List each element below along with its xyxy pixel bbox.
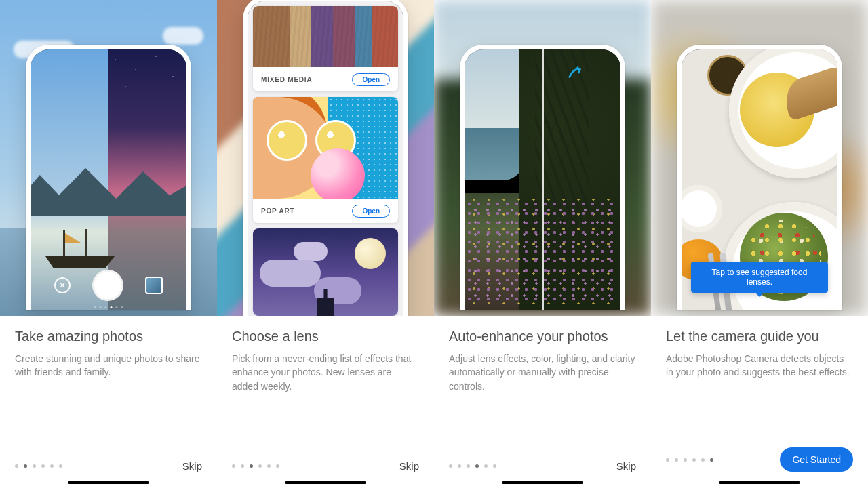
panel-title: Let the camera guide you bbox=[666, 328, 853, 345]
open-lens-button[interactable]: Open bbox=[352, 205, 390, 218]
swipe-arrow-icon bbox=[568, 66, 583, 81]
lens-card-pop-art[interactable]: POP ART Open bbox=[253, 97, 398, 223]
before-after-divider[interactable] bbox=[542, 49, 544, 310]
lens-label: MIXED MEDIA bbox=[261, 76, 312, 83]
hero-area: MIXED MEDIA Open POP ART Open bbox=[217, 0, 434, 316]
panel-description: Create stunning and unique photos to sha… bbox=[15, 352, 202, 380]
hero-area: Tap to see suggested food lenses. bbox=[651, 0, 868, 316]
onboarding-panel-1: ✕ Take amazing photos Create stunning an… bbox=[0, 0, 217, 488]
skip-button[interactable]: Skip bbox=[182, 460, 202, 472]
onboarding-panel-4: Tap to see suggested food lenses. Let th… bbox=[651, 0, 868, 488]
hero-area: ✕ bbox=[0, 0, 217, 316]
panel-title: Auto-enhance your photos bbox=[449, 328, 636, 345]
gallery-thumbnail[interactable] bbox=[145, 277, 163, 294]
lens-preview-image bbox=[253, 97, 398, 199]
panel-description: Adjust lens effects, color, lighting, an… bbox=[449, 352, 636, 393]
lens-list[interactable]: MIXED MEDIA Open POP ART Open bbox=[248, 1, 403, 316]
pagination-dots bbox=[449, 464, 496, 468]
camera-preview: ✕ bbox=[31, 49, 186, 310]
enhance-preview bbox=[465, 49, 620, 310]
lens-label: POP ART bbox=[261, 207, 295, 215]
pagination-dots bbox=[15, 464, 62, 468]
camera-controls: ✕ bbox=[31, 270, 186, 301]
pagination-dots bbox=[666, 458, 713, 462]
lens-preview-image bbox=[253, 228, 398, 316]
food-scene: Tap to see suggested food lenses. bbox=[682, 49, 837, 310]
open-lens-button[interactable]: Open bbox=[352, 73, 390, 86]
skip-button[interactable]: Skip bbox=[399, 460, 419, 472]
phone-mockup: ✕ bbox=[26, 45, 191, 310]
phone-mockup bbox=[460, 45, 625, 310]
panel-description: Adobe Photoshop Camera detects objects i… bbox=[666, 352, 853, 380]
panel-description: Pick from a never-ending list of effects… bbox=[232, 352, 419, 393]
skip-button[interactable]: Skip bbox=[616, 460, 636, 472]
phone-mockup: Tap to see suggested food lenses. bbox=[677, 45, 842, 310]
onboarding-panel-3: Auto-enhance your photos Adjust lens eff… bbox=[434, 0, 651, 488]
lens-preview-image bbox=[253, 6, 398, 67]
camera-mode-dots bbox=[94, 306, 123, 308]
pagination-dots bbox=[232, 464, 279, 468]
lens-card-mixed-media[interactable]: MIXED MEDIA Open bbox=[253, 6, 398, 92]
close-icon[interactable]: ✕ bbox=[54, 277, 71, 293]
home-indicator bbox=[68, 481, 149, 484]
shutter-button[interactable] bbox=[92, 270, 123, 301]
suggestion-tooltip[interactable]: Tap to see suggested food lenses. bbox=[691, 262, 828, 293]
lens-card-dreamy[interactable] bbox=[253, 228, 398, 316]
phone-mockup: MIXED MEDIA Open POP ART Open bbox=[243, 0, 408, 316]
home-indicator bbox=[502, 481, 583, 484]
panel-title: Take amazing photos bbox=[15, 328, 202, 345]
hero-area bbox=[434, 0, 651, 316]
home-indicator bbox=[719, 481, 800, 484]
home-indicator bbox=[285, 481, 366, 484]
get-started-button[interactable]: Get Started bbox=[780, 447, 853, 472]
panel-title: Choose a lens bbox=[232, 328, 419, 345]
onboarding-panel-2: MIXED MEDIA Open POP ART Open bbox=[217, 0, 434, 488]
